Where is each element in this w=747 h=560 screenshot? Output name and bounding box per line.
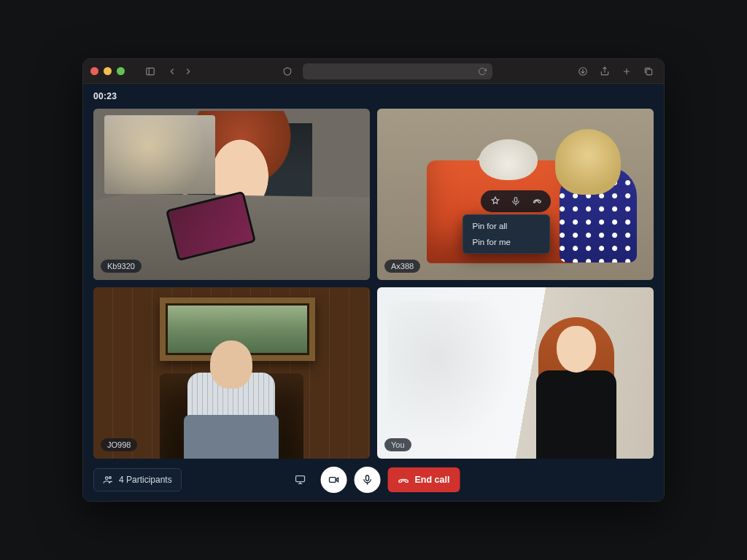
- hang-up-icon: [531, 196, 541, 206]
- video-grid: Kb9320: [83, 109, 664, 459]
- participant-name: Kb9320: [107, 262, 135, 271]
- pin-for-me-item[interactable]: Pin for me: [463, 234, 549, 250]
- window-zoom-icon[interactable]: [117, 67, 125, 75]
- hang-up-icon: [398, 475, 409, 486]
- tile-controls: [481, 190, 551, 212]
- end-call-button[interactable]: End call: [388, 467, 460, 492]
- downloads-icon[interactable]: [575, 63, 591, 79]
- person-hair-icon: [479, 139, 538, 180]
- desktop: 00:23 Kb9320: [0, 0, 747, 560]
- tab-overview-icon[interactable]: [640, 63, 657, 79]
- window-close-icon[interactable]: [90, 67, 98, 75]
- participants-label: 4 Participants: [119, 475, 172, 485]
- end-call-label: End call: [415, 475, 450, 485]
- participant-name-badge: Ax388: [384, 260, 420, 273]
- person-hair-icon: [555, 129, 621, 195]
- screenshare-button[interactable]: [287, 467, 314, 493]
- video-call-app: 00:23 Kb9320: [83, 84, 664, 501]
- remove-participant-button[interactable]: [527, 192, 545, 210]
- svg-rect-0: [147, 68, 155, 74]
- reload-icon[interactable]: [478, 67, 487, 76]
- mic-toggle-button[interactable]: [355, 467, 381, 493]
- share-icon[interactable]: [597, 63, 613, 79]
- pin-button[interactable]: [487, 192, 504, 210]
- participant-name-badge: You: [384, 438, 411, 451]
- participant-name: Ax388: [391, 262, 414, 271]
- menu-item-label: Pin for me: [472, 238, 510, 246]
- pin-icon: [490, 196, 500, 206]
- camera-toggle-button[interactable]: [321, 467, 347, 493]
- browser-chromebar: [83, 59, 664, 84]
- call-toolbar: 4 Participants End call: [83, 459, 664, 501]
- whiteboard-reflection-icon: [388, 301, 515, 445]
- microphone-icon: [362, 474, 374, 486]
- participant-name-badge: Kb9320: [101, 260, 142, 273]
- center-call-controls: End call: [287, 467, 460, 493]
- svg-point-11: [109, 477, 112, 479]
- self-tile[interactable]: You: [377, 287, 654, 459]
- participants-icon: [103, 475, 113, 485]
- person-figure-icon: [177, 335, 287, 459]
- nav-forward-icon[interactable]: [180, 63, 196, 79]
- screenshare-icon: [295, 474, 306, 486]
- svg-rect-12: [296, 476, 305, 482]
- participant-tile[interactable]: Pin for all Pin for me Ax388: [377, 109, 654, 280]
- sidebar-toggle-icon[interactable]: [142, 63, 158, 79]
- pin-for-all-item[interactable]: Pin for all: [463, 218, 549, 234]
- svg-rect-7: [646, 69, 652, 75]
- menu-item-label: Pin for all: [472, 222, 507, 230]
- participant-tile[interactable]: Kb9320: [93, 109, 370, 280]
- new-tab-icon[interactable]: [619, 63, 635, 79]
- call-timer: 00:23: [93, 91, 117, 101]
- participants-button[interactable]: 4 Participants: [93, 468, 182, 491]
- window-traffic-lights: [90, 67, 125, 75]
- participant-tile[interactable]: JO998: [93, 287, 370, 459]
- microphone-icon: [511, 196, 521, 206]
- person-figure-icon: [527, 311, 626, 459]
- call-timer-bar: 00:23: [83, 84, 664, 109]
- nav-back-icon[interactable]: [164, 63, 180, 79]
- mute-participant-button[interactable]: [507, 192, 525, 210]
- window-minimize-icon[interactable]: [104, 67, 112, 75]
- address-bar[interactable]: [303, 63, 492, 79]
- participant-name: JO998: [107, 440, 131, 449]
- pin-menu-popover: Pin for all Pin for me: [462, 214, 550, 254]
- svg-rect-17: [366, 475, 369, 481]
- svg-point-10: [106, 477, 109, 480]
- browser-window: 00:23 Kb9320: [82, 58, 665, 502]
- svg-rect-15: [330, 478, 336, 483]
- camera-icon: [328, 474, 340, 486]
- participant-name-badge: JO998: [101, 438, 137, 451]
- svg-rect-8: [514, 198, 517, 202]
- privacy-tracker-icon[interactable]: [279, 63, 295, 79]
- participant-name: You: [391, 440, 405, 449]
